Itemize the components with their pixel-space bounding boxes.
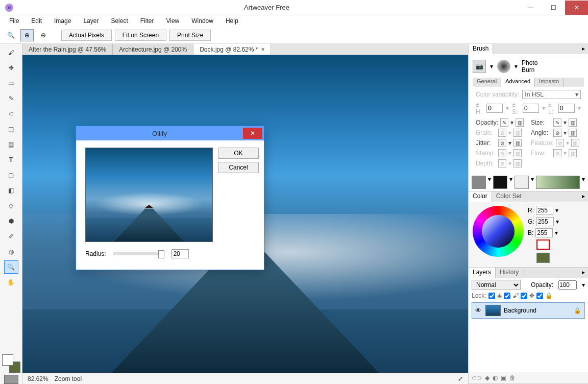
panel-menu-icon[interactable]: ▸ xyxy=(579,268,588,278)
brush-tip-icon[interactable] xyxy=(497,60,510,73)
color-swatch[interactable] xyxy=(2,354,20,373)
layers-tab[interactable]: Layers xyxy=(469,268,496,278)
dialog-cancel-button[interactable]: Cancel xyxy=(218,162,259,173)
lasso-tool-icon[interactable]: ⊂ xyxy=(4,107,18,121)
brush-preset-icon[interactable]: 📷 xyxy=(473,60,486,73)
blend-mode-select[interactable]: Normal xyxy=(472,280,521,290)
subtab-general[interactable]: General xyxy=(473,78,501,87)
menu-edit[interactable]: Edit xyxy=(26,16,47,26)
brush-tool-icon[interactable]: 🖌 xyxy=(4,46,18,59)
b-input[interactable] xyxy=(535,228,553,237)
lock-pos-check[interactable] xyxy=(521,293,527,299)
color-variability-select[interactable]: In HSL▾ xyxy=(522,90,581,99)
layer-opacity-input[interactable] xyxy=(558,280,577,290)
zoom-in-icon[interactable]: ⊕ xyxy=(20,29,34,41)
selection-tool-icon[interactable]: ▭ xyxy=(4,77,18,90)
subtab-advanced[interactable]: Advanced xyxy=(501,78,535,87)
doc-tab-after-rain[interactable]: After the Rain.jpg @ 47.56% xyxy=(22,44,113,55)
menu-help[interactable]: Help xyxy=(220,16,243,26)
dropdown-icon[interactable]: ▾ xyxy=(514,63,518,70)
l-input[interactable] xyxy=(558,104,575,113)
dialog-close-icon[interactable]: ✕ xyxy=(243,128,262,139)
shape-tool-icon[interactable]: ▢ xyxy=(4,169,18,182)
layer-new-icon[interactable]: ▣ xyxy=(501,374,506,381)
filter-preview[interactable] xyxy=(85,148,213,242)
visibility-icon[interactable]: 👁 xyxy=(475,307,482,314)
pencil-tool-icon[interactable]: ✎ xyxy=(4,92,18,105)
paper-texture-icon[interactable] xyxy=(472,176,486,189)
fill-tool-icon[interactable]: ◍ xyxy=(4,245,18,258)
eyedropper-tool-icon[interactable]: ✐ xyxy=(4,230,18,243)
menu-select[interactable]: Select xyxy=(106,16,133,26)
color-wheel[interactable] xyxy=(473,206,524,257)
color-main-swatch[interactable] xyxy=(536,239,550,250)
print-size-button[interactable]: Print Size xyxy=(169,30,211,41)
h-input[interactable] xyxy=(486,104,503,113)
opacity-curve-icon[interactable]: ▥ xyxy=(516,118,524,127)
layer-mask-icon[interactable]: ◐ xyxy=(493,374,498,381)
menu-layer[interactable]: Layer xyxy=(78,16,104,26)
canvas-area[interactable]: Oilify ✕ OK Cancel Radius: xyxy=(22,55,468,373)
layer-fx-icon[interactable]: ◆ xyxy=(485,374,489,381)
s-input[interactable] xyxy=(523,104,539,113)
radius-input[interactable] xyxy=(172,249,189,258)
fit-on-screen-button[interactable]: Fit on Screen xyxy=(115,30,166,41)
menu-window[interactable]: Window xyxy=(186,16,218,26)
doc-tab-dock[interactable]: Dock.jpg @ 82.62% *× xyxy=(193,44,271,55)
text-tool-icon[interactable]: T xyxy=(4,153,18,166)
close-button[interactable]: ✕ xyxy=(565,1,588,15)
lock-pixels-check[interactable] xyxy=(504,293,510,299)
minimize-button[interactable]: — xyxy=(519,1,542,15)
subtab-impasto[interactable]: Impasto xyxy=(535,78,564,87)
zoom-tool-selected-icon[interactable]: 🔍 xyxy=(4,260,18,274)
menu-filter[interactable]: Filter xyxy=(135,16,159,26)
zoom-out-icon[interactable]: ⊖ xyxy=(37,29,50,41)
lock-all-check[interactable] xyxy=(536,293,543,299)
dialog-titlebar[interactable]: Oilify ✕ xyxy=(76,126,264,140)
stamp-tool-icon[interactable]: ⬢ xyxy=(4,214,18,228)
color-set-tab[interactable]: Color Set xyxy=(492,191,526,202)
foreground-color-swatch[interactable] xyxy=(2,354,13,366)
maximize-button[interactable]: ☐ xyxy=(542,1,565,15)
jitter-expr-icon[interactable]: ⊘ xyxy=(498,139,506,147)
color-tab[interactable]: Color xyxy=(469,191,492,202)
status-expand-icon[interactable]: ⤢ xyxy=(458,375,463,382)
gradient-tool-icon[interactable]: ◧ xyxy=(4,184,18,197)
eraser-tool-icon[interactable]: ◇ xyxy=(4,199,18,212)
size-curve-icon[interactable]: ▥ xyxy=(569,118,577,127)
status-bar: 82.62% Zoom tool ⤢ xyxy=(22,373,468,384)
brush-tab[interactable]: Brush xyxy=(469,44,493,54)
history-tab[interactable]: History xyxy=(496,268,523,278)
texture-swatch-icon[interactable] xyxy=(4,375,18,384)
layer-link-icon[interactable]: ⊂⊃ xyxy=(472,374,482,381)
layer-delete-icon[interactable]: 🗑 xyxy=(509,374,516,381)
g-input[interactable] xyxy=(536,217,554,226)
menu-image[interactable]: Image xyxy=(49,16,76,26)
actual-pixels-button[interactable]: Actual Pixels xyxy=(61,30,112,41)
r-input[interactable] xyxy=(536,206,553,215)
hand-tool-icon[interactable]: ✋ xyxy=(4,276,18,289)
perspective-tool-icon[interactable]: ▤ xyxy=(4,138,18,151)
dropdown-icon[interactable]: ▾ xyxy=(490,63,493,70)
pattern-icon[interactable] xyxy=(514,176,529,189)
size-expr-icon[interactable]: ✎ xyxy=(553,118,561,127)
zoom-tool-icon[interactable]: 🔍 xyxy=(4,29,17,41)
opacity-expr-icon[interactable]: ✎ xyxy=(500,118,508,127)
layer-item-background[interactable]: 👁 Background 🔒 xyxy=(472,302,585,319)
menu-file[interactable]: File xyxy=(4,16,24,26)
lock-trans-check[interactable] xyxy=(488,293,495,299)
menu-view[interactable]: View xyxy=(161,16,184,26)
angle-expr-icon[interactable]: ⊘ xyxy=(553,129,561,137)
close-tab-icon[interactable]: × xyxy=(261,46,264,53)
move-tool-icon[interactable]: ✥ xyxy=(4,61,18,75)
color-alt-swatch[interactable] xyxy=(536,253,550,263)
panel-menu-icon[interactable]: ▸ xyxy=(579,44,588,54)
doc-tab-architecture[interactable]: Architecture.jpg @ 200% xyxy=(113,44,193,55)
nozzle-icon[interactable] xyxy=(493,176,507,189)
lock-icon: 🔒 xyxy=(574,307,581,314)
dialog-ok-button[interactable]: OK xyxy=(218,148,259,159)
radius-slider[interactable] xyxy=(113,252,164,255)
crop-tool-icon[interactable]: ◫ xyxy=(4,123,18,136)
panel-menu-icon[interactable]: ▸ xyxy=(579,191,588,202)
gradient-preview[interactable] xyxy=(536,176,580,189)
